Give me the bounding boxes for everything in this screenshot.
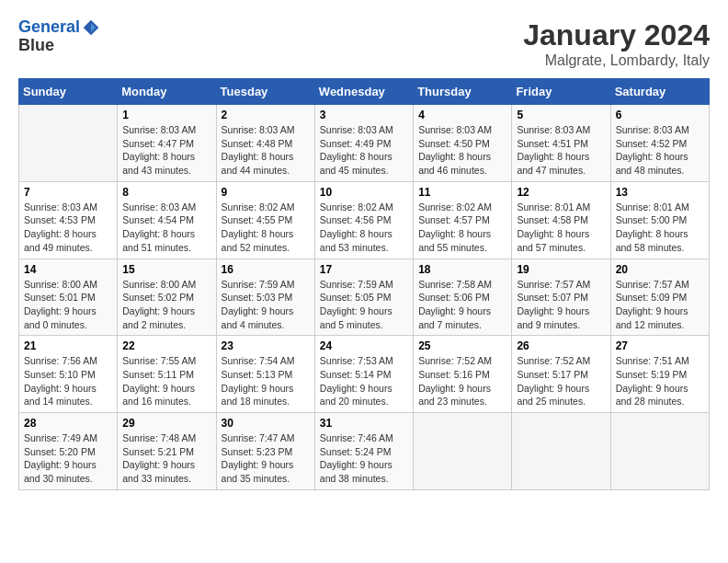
day-number: 23 (222, 339, 310, 352)
day-info: Sunrise: 7:57 AMSunset: 5:07 PMDaylight:… (517, 278, 605, 332)
day-info: Sunrise: 7:58 AMSunset: 5:06 PMDaylight:… (418, 278, 506, 332)
day-number: 6 (616, 109, 704, 121)
header-day-saturday: Saturday (610, 79, 709, 105)
day-info: Sunrise: 7:53 AMSunset: 5:14 PMDaylight:… (320, 354, 408, 408)
day-info: Sunrise: 7:59 AMSunset: 5:03 PMDaylight:… (222, 278, 310, 332)
calendar-cell: 30Sunrise: 7:47 AMSunset: 5:23 PMDayligh… (216, 413, 314, 490)
day-info: Sunrise: 8:03 AMSunset: 4:50 PMDaylight:… (418, 123, 506, 178)
calendar-cell: 21Sunrise: 7:56 AMSunset: 5:10 PMDayligh… (19, 336, 118, 413)
calendar-cell: 28Sunrise: 7:49 AMSunset: 5:20 PMDayligh… (19, 413, 118, 490)
calendar-cell: 5Sunrise: 8:03 AMSunset: 4:51 PMDaylight… (512, 105, 610, 182)
day-info: Sunrise: 8:00 AMSunset: 5:02 PMDaylight:… (122, 278, 210, 332)
calendar-cell: 13Sunrise: 8:01 AMSunset: 5:00 PMDayligh… (610, 181, 709, 259)
day-number: 20 (616, 263, 704, 276)
day-info: Sunrise: 7:56 AMSunset: 5:10 PMDaylight:… (24, 354, 112, 408)
header-day-thursday: Thursday (414, 79, 512, 105)
day-info: Sunrise: 8:03 AMSunset: 4:54 PMDaylight:… (122, 201, 210, 255)
day-info: Sunrise: 8:02 AMSunset: 4:56 PMDaylight:… (320, 201, 408, 255)
day-info: Sunrise: 8:03 AMSunset: 4:51 PMDaylight:… (517, 123, 605, 178)
calendar-cell: 10Sunrise: 8:02 AMSunset: 4:56 PMDayligh… (314, 181, 413, 259)
day-info: Sunrise: 7:55 AMSunset: 5:11 PMDaylight:… (122, 354, 210, 408)
day-number: 17 (320, 263, 408, 276)
calendar-cell: 24Sunrise: 7:53 AMSunset: 5:14 PMDayligh… (314, 336, 413, 413)
day-number: 8 (122, 186, 210, 199)
subtitle: Malgrate, Lombardy, Italy (523, 52, 710, 69)
logo-text: GeneralBlue (18, 18, 100, 55)
day-number: 11 (418, 186, 506, 199)
day-info: Sunrise: 7:57 AMSunset: 5:09 PMDaylight:… (616, 278, 704, 332)
calendar-cell (19, 105, 118, 182)
calendar-cell: 9Sunrise: 8:02 AMSunset: 4:55 PMDaylight… (216, 181, 314, 259)
day-info: Sunrise: 8:01 AMSunset: 5:00 PMDaylight:… (616, 201, 704, 255)
calendar-cell: 3Sunrise: 8:03 AMSunset: 4:49 PMDaylight… (314, 105, 413, 182)
calendar-cell: 19Sunrise: 7:57 AMSunset: 5:07 PMDayligh… (512, 259, 610, 336)
header-day-monday: Monday (118, 79, 216, 105)
day-number: 5 (517, 109, 605, 121)
day-number: 12 (517, 186, 605, 199)
day-info: Sunrise: 7:52 AMSunset: 5:17 PMDaylight:… (517, 354, 605, 408)
header-day-friday: Friday (512, 79, 610, 105)
week-row-1: 1Sunrise: 8:03 AMSunset: 4:47 PMDaylight… (19, 105, 710, 182)
day-number: 16 (222, 263, 310, 276)
calendar-cell: 4Sunrise: 8:03 AMSunset: 4:50 PMDaylight… (414, 105, 512, 182)
day-info: Sunrise: 7:51 AMSunset: 5:19 PMDaylight:… (616, 354, 704, 408)
day-info: Sunrise: 8:03 AMSunset: 4:52 PMDaylight:… (616, 123, 704, 178)
day-number: 1 (122, 109, 210, 121)
title-block: January 2024 Malgrate, Lombardy, Italy (523, 18, 710, 69)
calendar-cell: 1Sunrise: 8:03 AMSunset: 4:47 PMDaylight… (118, 105, 216, 182)
header-day-tuesday: Tuesday (216, 79, 314, 105)
day-info: Sunrise: 7:47 AMSunset: 5:23 PMDaylight:… (222, 431, 310, 486)
logo: GeneralBlue (18, 18, 100, 55)
day-info: Sunrise: 7:52 AMSunset: 5:16 PMDaylight:… (418, 354, 506, 408)
day-number: 19 (517, 263, 605, 276)
calendar-table: SundayMondayTuesdayWednesdayThursdayFrid… (18, 78, 710, 490)
calendar-cell: 26Sunrise: 7:52 AMSunset: 5:17 PMDayligh… (512, 336, 610, 413)
week-row-2: 7Sunrise: 8:03 AMSunset: 4:53 PMDaylight… (19, 181, 710, 259)
day-info: Sunrise: 8:00 AMSunset: 5:01 PMDaylight:… (24, 278, 112, 332)
calendar-cell (512, 413, 610, 490)
day-number: 29 (122, 417, 210, 430)
calendar-cell: 22Sunrise: 7:55 AMSunset: 5:11 PMDayligh… (118, 336, 216, 413)
calendar-cell (610, 413, 709, 490)
calendar-cell: 11Sunrise: 8:02 AMSunset: 4:57 PMDayligh… (414, 181, 512, 259)
header-day-wednesday: Wednesday (314, 79, 413, 105)
day-number: 15 (122, 263, 210, 276)
calendar-cell: 20Sunrise: 7:57 AMSunset: 5:09 PMDayligh… (610, 259, 709, 336)
calendar-cell: 18Sunrise: 7:58 AMSunset: 5:06 PMDayligh… (414, 259, 512, 336)
day-info: Sunrise: 8:02 AMSunset: 4:57 PMDaylight:… (418, 201, 506, 255)
week-row-4: 21Sunrise: 7:56 AMSunset: 5:10 PMDayligh… (19, 336, 710, 413)
day-number: 25 (418, 339, 506, 352)
calendar-header-row: SundayMondayTuesdayWednesdayThursdayFrid… (19, 79, 710, 105)
day-number: 14 (24, 263, 112, 276)
calendar-cell: 7Sunrise: 8:03 AMSunset: 4:53 PMDaylight… (19, 181, 118, 259)
day-number: 3 (320, 109, 408, 121)
day-number: 28 (24, 417, 112, 430)
day-number: 27 (616, 339, 704, 352)
day-number: 21 (24, 339, 112, 352)
day-number: 4 (418, 109, 506, 121)
day-info: Sunrise: 7:54 AMSunset: 5:13 PMDaylight:… (222, 354, 310, 408)
day-number: 31 (320, 417, 408, 430)
day-number: 22 (122, 339, 210, 352)
day-info: Sunrise: 8:03 AMSunset: 4:48 PMDaylight:… (222, 123, 310, 178)
day-info: Sunrise: 8:03 AMSunset: 4:49 PMDaylight:… (320, 123, 408, 178)
day-number: 24 (320, 339, 408, 352)
day-number: 9 (222, 186, 310, 199)
page-header: GeneralBlue January 2024 Malgrate, Lomba… (18, 18, 710, 69)
calendar-cell: 27Sunrise: 7:51 AMSunset: 5:19 PMDayligh… (610, 336, 709, 413)
calendar-cell: 29Sunrise: 7:48 AMSunset: 5:21 PMDayligh… (118, 413, 216, 490)
day-info: Sunrise: 8:03 AMSunset: 4:47 PMDaylight:… (122, 123, 210, 178)
header-day-sunday: Sunday (19, 79, 118, 105)
calendar-cell: 23Sunrise: 7:54 AMSunset: 5:13 PMDayligh… (216, 336, 314, 413)
calendar-cell: 31Sunrise: 7:46 AMSunset: 5:24 PMDayligh… (314, 413, 413, 490)
day-number: 18 (418, 263, 506, 276)
calendar-cell: 16Sunrise: 7:59 AMSunset: 5:03 PMDayligh… (216, 259, 314, 336)
day-number: 30 (222, 417, 310, 430)
calendar-cell: 6Sunrise: 8:03 AMSunset: 4:52 PMDaylight… (610, 105, 709, 182)
day-info: Sunrise: 7:59 AMSunset: 5:05 PMDaylight:… (320, 278, 408, 332)
week-row-3: 14Sunrise: 8:00 AMSunset: 5:01 PMDayligh… (19, 259, 710, 336)
calendar-cell: 25Sunrise: 7:52 AMSunset: 5:16 PMDayligh… (414, 336, 512, 413)
calendar-cell: 14Sunrise: 8:00 AMSunset: 5:01 PMDayligh… (19, 259, 118, 336)
day-info: Sunrise: 8:01 AMSunset: 4:58 PMDaylight:… (517, 201, 605, 255)
day-number: 10 (320, 186, 408, 199)
